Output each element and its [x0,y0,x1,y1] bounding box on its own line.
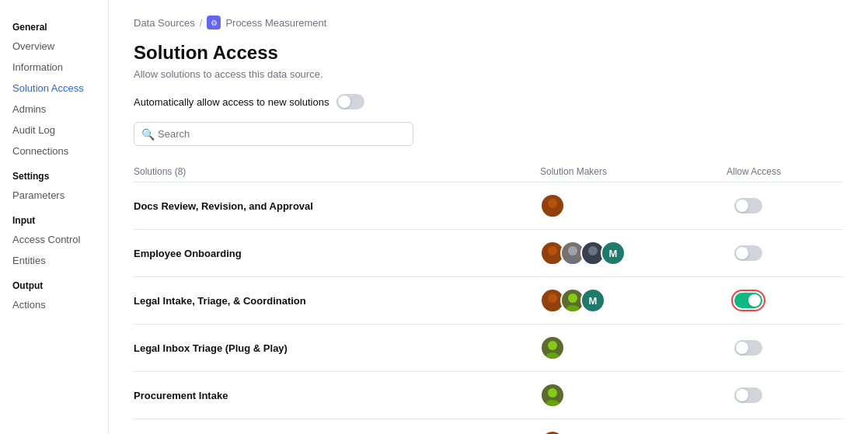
search-wrapper: 🔍 [134,122,413,146]
sidebar-section-input: Input Access Control Entities [0,206,108,271]
breadcrumb-data-sources[interactable]: Data Sources [134,17,195,29]
sidebar-item-actions[interactable]: Actions [0,294,108,315]
svg-point-2 [548,246,557,255]
svg-point-5 [566,258,580,264]
breadcrumb-current: Process Measurement [225,17,326,29]
sidebar-item-audit-log[interactable]: Audit Log [0,120,108,141]
allow-access-toggle[interactable] [734,340,762,356]
svg-point-10 [568,293,577,303]
auto-allow-toggle[interactable] [336,94,364,109]
solution-name: Legal Inbox Triage (Plug & Play) [134,342,540,354]
svg-point-9 [546,305,559,311]
allow-access-cell [727,245,843,261]
sidebar-section-output-label: Output [0,271,108,294]
main-content: Data Sources / ⚙ Process Measurement Sol… [109,0,868,434]
sidebar-section-output: Output Actions [0,271,108,315]
svg-point-4 [568,246,577,255]
sidebar-item-connections[interactable]: Connections [0,141,108,161]
makers-cell [540,430,727,434]
svg-point-12 [548,341,557,350]
sidebar-item-information[interactable]: Information [0,57,108,78]
table-row: Legal Inbox Triage (Plug & Play) [134,325,843,372]
auto-allow-label: Automatically allow access to new soluti… [134,96,329,108]
allow-access-toggle[interactable] [734,198,762,214]
svg-point-7 [586,258,600,264]
table-row: Docs Review, Revision, and Approval [134,182,843,230]
allow-access-cell [727,340,843,356]
search-icon: 🔍 [141,128,155,141]
makers-cell: M [540,288,727,313]
allow-access-cell [727,198,843,214]
svg-point-3 [546,258,559,264]
solution-name: Docs Review, Revision, and Approval [134,200,540,212]
col-header-access: Allow Access [727,166,843,177]
svg-point-11 [566,305,580,311]
sidebar-section-general: General Overview Information Solution Ac… [0,12,108,161]
svg-point-13 [546,352,559,359]
sidebar-section-settings-label: Settings [0,161,108,185]
table-row: Procurement Intake [134,372,843,419]
avatar [540,430,565,434]
sidebar-item-overview[interactable]: Overview [0,36,108,57]
solution-name: Employee Onboarding [134,248,540,259]
avatar: M [580,288,605,313]
sidebar-item-parameters[interactable]: Parameters [0,185,108,206]
sidebar-section-settings: Settings Parameters [0,161,108,206]
solution-name: Procurement Intake [134,390,540,401]
table-row: Employee Onboarding M [134,230,843,277]
table-row: (Internal) Corellia Labs [134,419,843,434]
allow-access-cell [727,293,843,308]
allow-access-cell [727,387,843,403]
allow-access-toggle[interactable] [734,387,762,403]
sidebar-item-solution-access[interactable]: Solution Access [0,78,108,99]
sidebar-item-entities[interactable]: Entities [0,250,108,271]
svg-point-15 [546,400,559,406]
makers-cell [540,193,727,218]
breadcrumb-icon: ⚙ [207,16,221,30]
allow-access-toggle[interactable] [734,245,762,261]
auto-allow-row: Automatically allow access to new soluti… [134,94,843,109]
table-header: Solutions (8) Solution Makers Allow Acce… [134,161,843,182]
page-title: Solution Access [134,42,843,64]
allow-access-toggle-highlighted[interactable] [734,293,762,308]
col-header-solutions: Solutions (8) [134,166,540,177]
sidebar-section-input-label: Input [0,206,108,229]
sidebar: General Overview Information Solution Ac… [0,0,109,434]
sidebar-item-access-control[interactable]: Access Control [0,229,108,250]
search-input[interactable] [134,122,413,146]
svg-point-6 [588,246,598,255]
sidebar-section-general-label: General [0,12,108,36]
page-subtitle: Allow solutions to access this data sour… [134,68,843,80]
svg-point-14 [548,388,557,398]
makers-cell: M [540,241,727,266]
breadcrumb-separator: / [200,17,203,29]
svg-point-0 [548,199,557,208]
svg-point-8 [548,293,557,303]
makers-cell [540,335,727,360]
avatar: M [601,241,626,266]
avatar [540,193,565,218]
svg-point-1 [546,210,559,217]
solution-name: Legal Intake, Triage, & Coordination [134,295,540,307]
avatar [540,383,565,408]
sidebar-item-admins[interactable]: Admins [0,99,108,120]
breadcrumb: Data Sources / ⚙ Process Measurement [134,16,843,30]
makers-cell [540,383,727,408]
table-row: Legal Intake, Triage, & Coordination M [134,277,843,325]
avatar [540,335,565,360]
col-header-makers: Solution Makers [540,166,727,177]
